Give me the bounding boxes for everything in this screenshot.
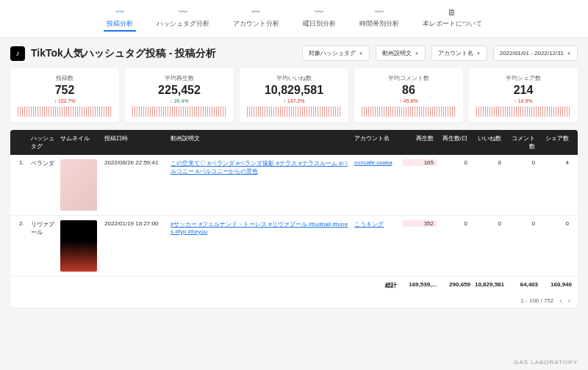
chart-icon: 〰 bbox=[251, 7, 260, 18]
thumbnail[interactable] bbox=[60, 220, 97, 272]
chevron-down-icon: ▼ bbox=[359, 51, 363, 56]
tab-post-analysis[interactable]: 〰投稿分析 bbox=[104, 6, 136, 32]
arrow-down-icon: ↓ bbox=[170, 98, 173, 104]
tab-weekday-analysis[interactable]: 〰曜日別分析 bbox=[300, 6, 339, 32]
kpi-row: 投稿数 752 ↑ 102.7% 平均再生数 225,452 ↓ 26.4% 平… bbox=[10, 68, 578, 123]
table-header: ハッシュタグ サムネイル 投稿日時 動画説明文 アカウント名 再生数 再生数/日… bbox=[10, 130, 578, 155]
kpi-posts: 投稿数 752 ↑ 102.7% bbox=[10, 68, 119, 123]
arrow-up-icon: ↑ bbox=[399, 98, 402, 104]
chevron-down-icon: ▼ bbox=[567, 51, 571, 56]
filter-hashtag[interactable]: 対象ハッシュタグ▼ bbox=[302, 46, 370, 61]
filter-description[interactable]: 動画説明文▼ bbox=[376, 46, 426, 61]
sparkline bbox=[362, 106, 456, 117]
tab-hashtag-analysis[interactable]: 〰ハッシュタグ分析 bbox=[154, 6, 212, 32]
chart-icon: 〰 bbox=[375, 7, 384, 18]
arrow-up-icon: ↑ bbox=[283, 98, 286, 104]
pagination: 1 - 100 / 752 ‹ › bbox=[10, 294, 578, 308]
filter-date-range[interactable]: 2022/01/01 - 2022/12/31▼ bbox=[493, 46, 578, 61]
kpi-avg-comments: 平均コメント数 86 ↑ 45.8% bbox=[354, 68, 463, 123]
chart-icon: 〰 bbox=[179, 7, 187, 18]
tiktok-logo-icon: ♪ bbox=[10, 46, 25, 61]
nav-tabs: 〰投稿分析 〰ハッシュタグ分析 〰アカウント分析 〰曜日別分析 〰時間帯別分析 … bbox=[0, 0, 588, 38]
sparkline bbox=[476, 106, 570, 117]
chevron-down-icon: ▼ bbox=[476, 51, 481, 56]
account-link[interactable]: こうキング bbox=[354, 221, 384, 228]
table-footer: 総計 169,539,... 290,659 10,829,581 64,403… bbox=[10, 277, 578, 294]
page-title: TikTok人気ハッシュタグ投稿 - 投稿分析 bbox=[31, 47, 216, 60]
table-row[interactable]: 2. リヴァプール 2022/01/19 18:27:00 #サッカー #フェル… bbox=[10, 216, 578, 277]
footer-brand: GAS LABORATORY bbox=[514, 359, 578, 366]
chart-icon: 〰 bbox=[115, 7, 124, 18]
sparkline bbox=[132, 106, 226, 117]
tab-hour-analysis[interactable]: 〰時間帯別分析 bbox=[356, 6, 402, 32]
sparkline bbox=[247, 106, 341, 117]
description-link[interactable]: この空見て♡ #ベランダ #ベランダ撮影 #テラス #テラスルーム #バルコニー… bbox=[171, 160, 348, 175]
tab-account-analysis[interactable]: 〰アカウント分析 bbox=[230, 6, 282, 32]
posts-table: ハッシュタグ サムネイル 投稿日時 動画説明文 アカウント名 再生数 再生数/日… bbox=[10, 130, 578, 308]
chart-icon: 〰 bbox=[315, 7, 323, 18]
arrow-up-icon: ↑ bbox=[54, 98, 57, 104]
page-range: 1 - 100 / 752 bbox=[520, 297, 553, 304]
kpi-avg-plays: 平均再生数 225,452 ↓ 26.4% bbox=[125, 68, 234, 123]
arrow-up-icon: ↑ bbox=[514, 98, 517, 104]
kpi-avg-likes: 平均いいね数 10,829,581 ↑ 147.2% bbox=[240, 68, 348, 123]
sparkline bbox=[18, 106, 112, 117]
next-page-button[interactable]: › bbox=[568, 297, 570, 305]
document-icon: 🗎 bbox=[448, 7, 456, 18]
tab-about-report[interactable]: 🗎本レポートについて bbox=[420, 6, 485, 32]
thumbnail[interactable] bbox=[60, 159, 97, 211]
kpi-avg-shares: 平均シェア数 214 ↑ 16.9% bbox=[469, 68, 578, 123]
account-link[interactable]: concafe.osaka bbox=[354, 159, 392, 166]
table-row[interactable]: 1. ベランダ 2022/08/26 22:59:41 この空見て♡ #ベランダ… bbox=[10, 155, 578, 216]
description-link[interactable]: #サッカー #フェルナンド・トーレス #リヴァプール #football #to… bbox=[171, 221, 348, 235]
prev-page-button[interactable]: ‹ bbox=[559, 297, 562, 305]
filter-account[interactable]: アカウント名▼ bbox=[431, 46, 487, 61]
chevron-down-icon: ▼ bbox=[415, 51, 419, 56]
